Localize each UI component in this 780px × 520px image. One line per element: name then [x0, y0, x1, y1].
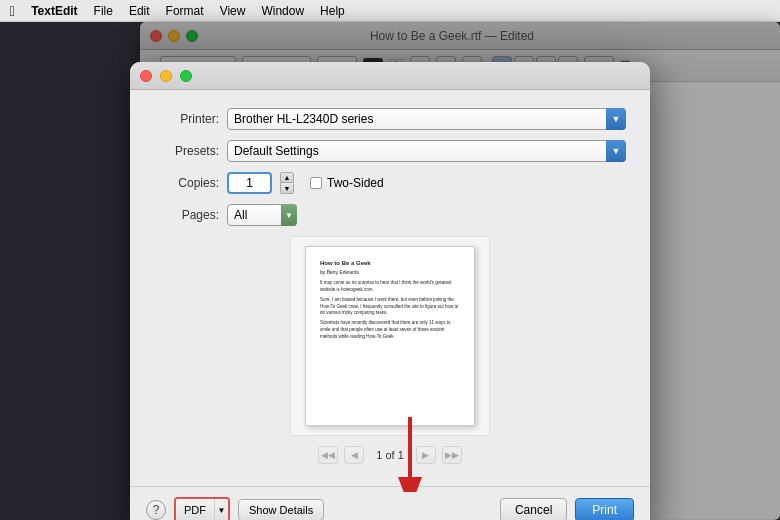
help-button[interactable]: ? [146, 500, 166, 520]
nav-next-page[interactable]: ▶ [416, 446, 436, 464]
presets-select-wrap: Default Settings ▼ [227, 140, 626, 162]
presets-label: Presets: [154, 144, 219, 158]
menubar:  TextEdit File Edit Format View Window … [0, 0, 780, 22]
dialog-form: Printer: Brother HL-L2340D series ▼ Pres… [130, 90, 650, 486]
two-sided-label: Two-Sided [327, 176, 384, 190]
pages-row: Pages: All ▼ [154, 204, 626, 226]
print-dialog: Printer: Brother HL-L2340D series ▼ Pres… [130, 62, 650, 520]
presets-row: Presets: Default Settings ▼ [154, 140, 626, 162]
copies-row: Copies: ▲ ▼ Two-Sided [154, 172, 626, 194]
preview-author: by Beny Edwards [320, 269, 460, 276]
copies-decrement[interactable]: ▼ [280, 183, 294, 194]
pages-select-wrap: All ▼ [227, 204, 297, 226]
menu-help[interactable]: Help [320, 4, 345, 18]
copies-increment[interactable]: ▲ [280, 172, 294, 183]
apple-menu[interactable]:  [10, 3, 15, 19]
dialog-titlebar [130, 62, 650, 90]
printer-select[interactable]: Brother HL-L2340D series [227, 108, 626, 130]
preview-title: How to Be a Geek [320, 259, 460, 267]
dialog-overlay: Printer: Brother HL-L2340D series ▼ Pres… [0, 22, 780, 520]
copies-label: Copies: [154, 176, 219, 190]
show-details-button[interactable]: Show Details [238, 499, 324, 520]
printer-label: Printer: [154, 112, 219, 126]
menu-format[interactable]: Format [166, 4, 204, 18]
dialog-minimize[interactable] [160, 70, 172, 82]
presets-select[interactable]: Default Settings [227, 140, 626, 162]
copies-input[interactable] [227, 172, 272, 194]
page-indicator: 1 of 1 [370, 449, 410, 461]
page-preview: How to Be a Geek by Beny Edwards It may … [305, 246, 475, 426]
preview-para-2: Sure, I am biased because I work there, … [320, 297, 460, 317]
pdf-dropdown-icon[interactable]: ▼ [214, 499, 228, 520]
pages-label: Pages: [154, 208, 219, 222]
preview-para-3: Scientists have recently discovered that… [320, 320, 460, 340]
menu-edit[interactable]: Edit [129, 4, 150, 18]
menu-file[interactable]: File [94, 4, 113, 18]
menu-textedit[interactable]: TextEdit [31, 4, 77, 18]
dialog-close[interactable] [140, 70, 152, 82]
print-preview-area: How to Be a Geek by Beny Edwards It may … [290, 236, 490, 436]
menu-window[interactable]: Window [261, 4, 304, 18]
pages-select[interactable]: All [227, 204, 297, 226]
nav-first-page[interactable]: ◀◀ [318, 446, 338, 464]
menu-view[interactable]: View [220, 4, 246, 18]
nav-prev-page[interactable]: ◀ [344, 446, 364, 464]
copies-stepper[interactable]: ▲ ▼ [280, 172, 294, 194]
two-sided-wrap: Two-Sided [310, 176, 384, 190]
preview-para-1: It may come as no surprise to hear that … [320, 280, 460, 294]
pdf-button-wrap: PDF ▼ [174, 497, 230, 520]
print-button[interactable]: Print [575, 498, 634, 520]
printer-select-wrap: Brother HL-L2340D series ▼ [227, 108, 626, 130]
page-navigation: ◀◀ ◀ 1 of 1 ▶ ▶▶ [154, 446, 626, 464]
two-sided-checkbox[interactable] [310, 177, 322, 189]
cancel-button[interactable]: Cancel [500, 498, 567, 520]
dialog-bottom-bar: ? PDF ▼ Show Details Cancel Print [130, 486, 650, 520]
pdf-button[interactable]: PDF [176, 499, 214, 520]
printer-row: Printer: Brother HL-L2340D series ▼ [154, 108, 626, 130]
nav-last-page[interactable]: ▶▶ [442, 446, 462, 464]
dialog-zoom[interactable] [180, 70, 192, 82]
